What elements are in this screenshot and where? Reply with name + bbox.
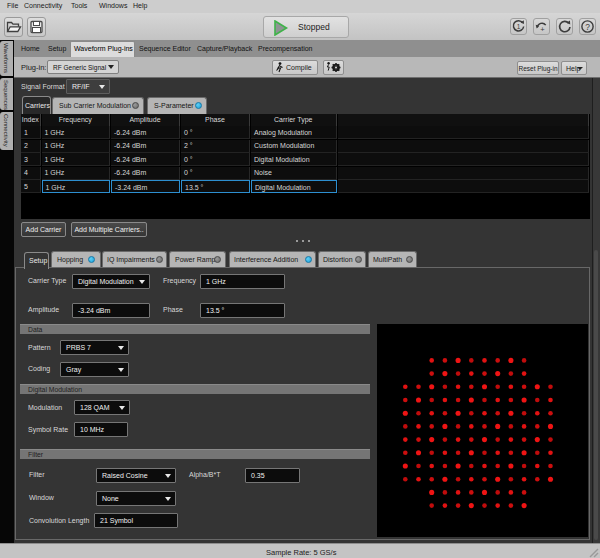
svg-text:1: 1	[517, 23, 521, 30]
svg-text:?: ?	[585, 22, 590, 32]
svg-text:+: +	[540, 25, 545, 34]
